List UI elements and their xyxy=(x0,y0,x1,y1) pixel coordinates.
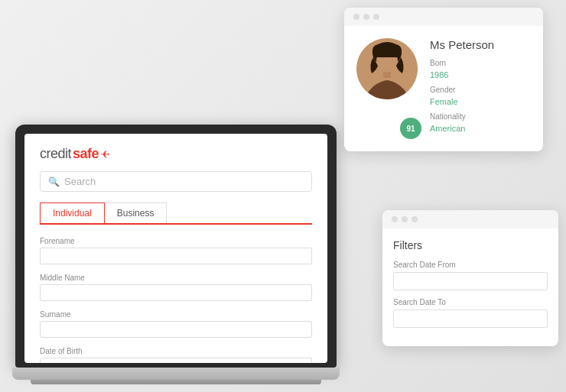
profile-card-content: 91 Ms Peterson Born 1986 Gender Female N… xyxy=(344,26,543,151)
profile-info: Ms Peterson Born 1986 Gender Female Nati… xyxy=(430,38,531,139)
laptop-base xyxy=(12,368,340,380)
logo-bird-icon: ✈ xyxy=(100,148,109,160)
filters-dot-3 xyxy=(411,216,418,222)
titlebar-dot-3 xyxy=(373,14,379,20)
born-value: 1986 xyxy=(430,70,448,79)
titlebar-dot-2 xyxy=(363,14,369,20)
profile-avatar-wrapper: 91 xyxy=(356,38,418,139)
search-bar[interactable]: 🔍 Search xyxy=(40,171,312,192)
tabs-container: Individual Business xyxy=(40,202,312,225)
date-to-label: Search Date To xyxy=(393,298,548,306)
forename-label: Forename xyxy=(40,237,312,245)
search-icon: 🔍 xyxy=(48,177,60,187)
logo: creditsafe✈ xyxy=(40,146,312,162)
avatar-image xyxy=(356,38,418,99)
middlename-label: Middle Name xyxy=(40,274,312,282)
forename-input[interactable] xyxy=(40,248,312,264)
gender-label: Gender xyxy=(430,86,531,94)
laptop-screen-outer: creditsafe✈ 🔍 Search Individual Business xyxy=(15,125,337,368)
laptop: creditsafe✈ 🔍 Search Individual Business xyxy=(15,125,337,384)
form-group-surname: Surname xyxy=(40,310,312,338)
logo-safe-text: safe xyxy=(73,146,99,162)
date-from-input[interactable] xyxy=(393,272,548,290)
filters-title: Filters xyxy=(393,239,548,251)
filters-dot-2 xyxy=(402,216,408,222)
logo-credit-text: credit xyxy=(40,146,71,162)
dob-input[interactable] xyxy=(40,358,312,363)
profile-card: 91 Ms Peterson Born 1986 Gender Female N… xyxy=(344,8,543,151)
date-from-label: Search Date From xyxy=(393,261,548,269)
nationality-value: American xyxy=(430,124,465,133)
filters-dot-1 xyxy=(392,216,398,222)
filters-card: Filters Search Date From Search Date To xyxy=(382,210,558,346)
titlebar-dot-1 xyxy=(353,14,359,20)
nationality-row: Nationality American xyxy=(430,112,531,134)
born-label: Born xyxy=(430,59,531,67)
profile-name: Ms Peterson xyxy=(430,38,531,51)
nationality-label: Nationality xyxy=(430,112,531,121)
profile-card-titlebar xyxy=(344,8,543,26)
profile-avatar xyxy=(356,38,418,99)
svg-rect-3 xyxy=(383,72,391,78)
scene: creditsafe✈ 🔍 Search Individual Business xyxy=(0,0,566,392)
date-to-group: Search Date To xyxy=(393,298,548,328)
date-to-input[interactable] xyxy=(393,309,548,328)
tab-individual[interactable]: Individual xyxy=(40,202,105,223)
gender-value: Female xyxy=(430,97,458,106)
laptop-foot xyxy=(31,380,321,384)
app-screen: creditsafe✈ 🔍 Search Individual Business xyxy=(24,134,327,363)
score-badge: 91 xyxy=(400,118,421,139)
form-group-middlename: Middle Name xyxy=(40,274,312,301)
dob-label: Date of Birth xyxy=(40,347,312,355)
surname-input[interactable] xyxy=(40,321,312,338)
form-group-forename: Forename xyxy=(40,237,312,264)
middlename-input[interactable] xyxy=(40,284,312,301)
search-placeholder: Search xyxy=(64,176,96,187)
filters-content: Filters Search Date From Search Date To xyxy=(382,228,558,346)
gender-row: Gender Female xyxy=(430,86,531,108)
form-group-dob: Date of Birth xyxy=(40,347,312,363)
born-row: Born 1986 xyxy=(430,59,531,81)
laptop-screen-inner: creditsafe✈ 🔍 Search Individual Business xyxy=(24,134,327,363)
date-from-group: Search Date From xyxy=(393,261,548,290)
surname-label: Surname xyxy=(40,310,312,319)
tab-business[interactable]: Business xyxy=(105,202,168,223)
filters-card-titlebar xyxy=(382,210,558,228)
